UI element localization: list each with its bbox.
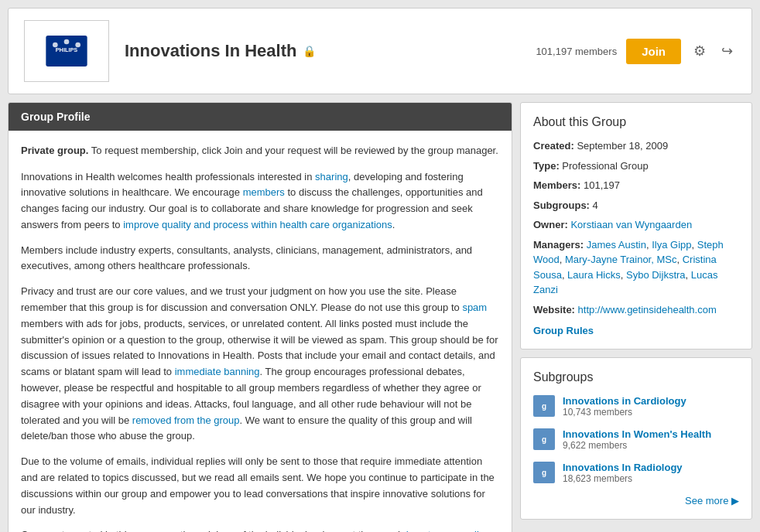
type-row: Type: Professional Group <box>533 159 739 174</box>
cardiology-link[interactable]: Innovations in Cardiology <box>563 395 686 407</box>
radiology-link[interactable]: Innovations In Radiology <box>563 462 683 473</box>
right-panel: About this Group Created: September 18, … <box>520 102 752 532</box>
about-card: About this Group Created: September 18, … <box>520 102 752 350</box>
manager-ilya[interactable]: Ilya Gipp <box>652 239 691 251</box>
svg-point-5 <box>75 43 80 48</box>
group-desc-3: Privacy and trust are our core values, a… <box>21 284 499 445</box>
manager-laura[interactable]: Laura Hicks <box>567 269 621 281</box>
group-title-area: Innovations In Health 🔒 <box>125 41 536 61</box>
svg-text:g: g <box>542 402 546 411</box>
sharing-link[interactable]: sharing <box>315 171 348 182</box>
see-more-link[interactable]: See more ▶ <box>685 495 739 506</box>
members-link[interactable]: members <box>243 186 285 198</box>
group-desc-4: Due to the volume of emails, individual … <box>21 454 499 518</box>
left-panel: Group Profile Private group. To request … <box>8 102 512 532</box>
group-profile-tab[interactable]: Group Profile <box>9 103 512 131</box>
type-label: Type: <box>533 160 560 172</box>
settings-button[interactable]: ⚙ <box>690 39 709 63</box>
womens-link[interactable]: Innovations In Women's Health <box>563 428 711 440</box>
subgroup-cardiology: g Innovations in Cardiology 10,743 membe… <box>533 395 739 418</box>
private-bold: Private group. <box>21 145 88 156</box>
lock-icon: 🔒 <box>303 45 316 57</box>
subgroups-card: Subgroups g Innovations in Cardiology 10… <box>520 357 752 520</box>
subgroup-cardiology-members: 10,743 members <box>563 407 686 418</box>
website-label: Website: <box>533 304 575 315</box>
group-name: Innovations In Health <box>125 41 296 61</box>
members-row: Members: 101,197 <box>533 178 739 193</box>
website-link[interactable]: http://www.getinsidehealth.com <box>578 304 717 315</box>
group-desc-5: Comments posted in this group are the op… <box>21 527 499 532</box>
main-content: Group Profile Private group. To request … <box>8 102 752 532</box>
subgroup-radiology-name[interactable]: Innovations In Radiology <box>563 462 683 473</box>
subgroup-cardiology-icon: g <box>533 395 555 417</box>
group-header-actions: 101,197 members Join ⚙ ↪ <box>536 39 736 64</box>
created-value: September 18, 2009 <box>577 140 668 152</box>
subgroups-count-label: Subgroups: <box>533 200 590 211</box>
svg-point-3 <box>53 43 58 48</box>
subgroup-radiology-info: Innovations In Radiology 18,623 members <box>563 462 683 484</box>
about-title: About this Group <box>533 115 739 129</box>
managers-row: Managers: James Austin, Ilya Gipp, Steph… <box>533 237 739 298</box>
owner-label: Owner: <box>533 219 568 230</box>
removed-link[interactable]: removed from the group <box>132 414 240 426</box>
group-desc-2: Members include industry experts, consul… <box>21 243 499 275</box>
svg-point-4 <box>64 39 70 45</box>
manager-sybo[interactable]: Sybo Dijkstra <box>626 269 686 281</box>
subgroup-cardiology-info: Innovations in Cardiology 10,743 members <box>563 395 686 418</box>
subgroups-count-row: Subgroups: 4 <box>533 198 739 213</box>
subgroups-title: Subgroups <box>533 370 739 384</box>
private-notice: Private group. To request membership, cl… <box>21 143 499 159</box>
svg-text:g: g <box>542 435 546 444</box>
private-text: To request membership, click Join and yo… <box>88 145 498 156</box>
manager-james[interactable]: James Austin <box>587 239 646 251</box>
subgroups-count-value: 4 <box>593 200 598 211</box>
created-row: Created: September 18, 2009 <box>533 138 739 154</box>
see-more-section: See more ▶ <box>533 495 739 506</box>
subgroup-womens-members: 9,622 members <box>563 440 711 451</box>
improve-link[interactable]: improve quality and process within healt… <box>123 219 392 230</box>
group-desc-1: Innovations in Health welcomes health pr… <box>21 169 499 234</box>
managers-label: Managers: <box>533 239 584 251</box>
opinions-link[interactable]: do not necessarily represent the opinion… <box>21 529 484 532</box>
manager-mary[interactable]: Mary-Jayne Trainor, MSc <box>565 254 677 265</box>
share-button[interactable]: ↪ <box>718 39 736 63</box>
spam-link[interactable]: spam <box>462 302 487 313</box>
members-label: Members: <box>533 179 580 191</box>
share-icon: ↪ <box>721 43 733 59</box>
group-rules-link[interactable]: Group Rules <box>533 325 739 336</box>
type-value: Professional Group <box>562 160 648 172</box>
banning-link[interactable]: immediate banning <box>175 366 260 377</box>
owner-row: Owner: Korstiaan van Wyngaarden <box>533 217 739 233</box>
members-value: 101,197 <box>584 179 620 191</box>
subgroup-cardiology-name[interactable]: Innovations in Cardiology <box>563 395 686 407</box>
group-logo: PHILIPS <box>24 20 109 82</box>
svg-text:g: g <box>542 469 546 477</box>
subgroup-womens-name[interactable]: Innovations In Women's Health <box>563 428 711 440</box>
subgroup-womens-info: Innovations In Women's Health 9,622 memb… <box>563 428 711 451</box>
group-header: PHILIPS Innovations In Health 🔒 101,197 … <box>8 8 752 94</box>
owner-link[interactable]: Korstiaan van Wyngaarden <box>570 219 692 230</box>
group-profile-label: Group Profile <box>21 111 90 123</box>
created-label: Created: <box>533 140 574 152</box>
gear-icon: ⚙ <box>693 43 706 59</box>
subgroup-womens-icon: g <box>533 428 555 450</box>
left-panel-content: Private group. To request membership, cl… <box>9 131 512 532</box>
member-count: 101,197 members <box>536 46 617 57</box>
subgroup-radiology-icon: g <box>533 462 555 483</box>
subgroup-radiology-members: 18,623 members <box>563 473 683 484</box>
join-button[interactable]: Join <box>626 39 681 64</box>
subgroup-womens-health: g Innovations In Women's Health 9,622 me… <box>533 428 739 451</box>
subgroup-radiology: g Innovations In Radiology 18,623 member… <box>533 462 739 484</box>
website-row: Website: http://www.getinsidehealth.com <box>533 302 739 318</box>
svg-text:PHILIPS: PHILIPS <box>56 46 78 53</box>
